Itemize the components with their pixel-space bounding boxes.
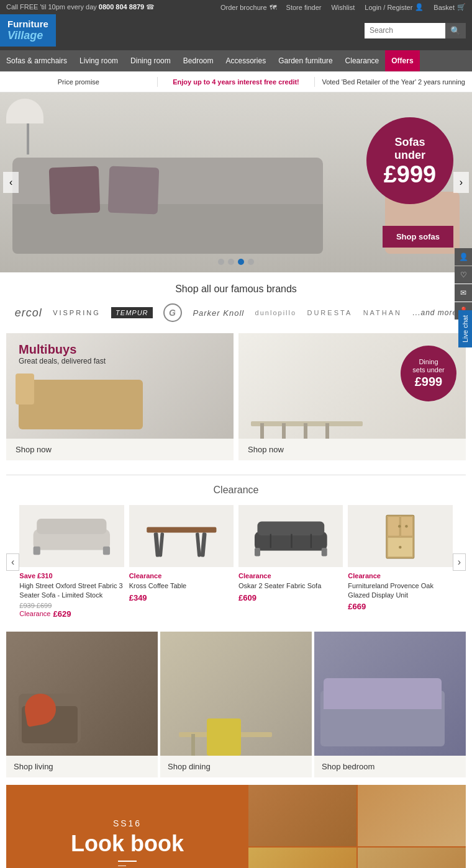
side-tool-person[interactable]: 👤 bbox=[455, 248, 472, 266]
clearance-item-2-image bbox=[129, 505, 234, 567]
search-button[interactable]: 🔍 bbox=[445, 23, 466, 38]
main-nav: Sofas & armchairs Living room Dining roo… bbox=[0, 50, 472, 71]
promo-card-dining: Dining sets under £999 Shop now bbox=[238, 333, 466, 460]
lookbook-images bbox=[248, 785, 466, 868]
brands-title: Shop all our famous brands bbox=[6, 284, 466, 295]
nav-clearance[interactable]: Clearance bbox=[339, 50, 386, 71]
hero-next-button[interactable]: › bbox=[453, 172, 469, 193]
svg-point-22 bbox=[399, 546, 401, 548]
svg-rect-4 bbox=[147, 527, 216, 533]
shop-cat-bedroom[interactable]: Shop bedroom bbox=[314, 632, 466, 777]
brand-dunlopillo[interactable]: dunlopillo bbox=[255, 309, 296, 316]
store-finder-link[interactable]: Store finder bbox=[286, 4, 322, 11]
promo-card-dining-image: Dining sets under £999 bbox=[238, 333, 466, 439]
nav-accessories[interactable]: Accessories bbox=[219, 50, 272, 71]
svg-rect-13 bbox=[270, 534, 271, 548]
shop-cat-dining-label: Shop dining bbox=[160, 756, 312, 777]
lookbook-img-3 bbox=[248, 848, 356, 868]
lamp-decoration bbox=[6, 99, 50, 154]
top-bar-links: Order brochure 🗺 Store finder Wishlist L… bbox=[213, 3, 466, 11]
nav-offers[interactable]: Offers bbox=[385, 50, 419, 71]
brand-vispring[interactable]: VISPRING bbox=[53, 309, 101, 316]
search-form: 🔍 bbox=[365, 23, 466, 38]
brand-ercol[interactable]: ercol bbox=[15, 306, 42, 320]
svg-rect-1 bbox=[37, 519, 106, 534]
clearance-next-button[interactable]: › bbox=[453, 553, 466, 571]
promo-left: Price promise bbox=[0, 72, 157, 92]
shop-categories: Shop living Shop dining Shop bedroom bbox=[0, 628, 472, 781]
nav-bedroom[interactable]: Bedroom bbox=[177, 50, 220, 71]
clearance-item-3-name: Oskar 2 Seater Fabric Sofa bbox=[238, 581, 343, 590]
side-tool-wishlist[interactable]: ♡ bbox=[455, 266, 472, 284]
clearance-item-4-price: £669 bbox=[348, 602, 452, 611]
svg-rect-17 bbox=[388, 517, 399, 536]
svg-point-20 bbox=[398, 525, 401, 527]
side-tools: 👤 ♡ ✉ 📍 bbox=[455, 248, 472, 320]
dining-badge: Dining sets under £999 bbox=[401, 346, 456, 401]
hero-prev-button[interactable]: ‹ bbox=[3, 172, 19, 193]
svg-rect-11 bbox=[255, 548, 260, 556]
nav-dining[interactable]: Dining room bbox=[124, 50, 177, 71]
clearance-carousel: ‹ Save £310 High Street Oxford Street Fa… bbox=[6, 505, 466, 619]
brand-duresta[interactable]: DURESTA bbox=[307, 309, 352, 316]
svg-rect-7 bbox=[158, 532, 164, 557]
clearance-item-4-name: Furnitureland Provence Oak Glazed Displa… bbox=[348, 581, 452, 599]
clearance-prev-button[interactable]: ‹ bbox=[6, 553, 19, 571]
svg-rect-14 bbox=[291, 534, 292, 548]
wishlist-link[interactable]: Wishlist bbox=[331, 4, 355, 11]
lookbook-divider: — bbox=[118, 861, 137, 862]
svg-rect-10 bbox=[257, 522, 324, 535]
svg-point-21 bbox=[405, 525, 407, 527]
lookbook-section[interactable]: SS16 Look book — Our little book of magi… bbox=[6, 785, 466, 868]
shop-cat-bedroom-label: Shop bedroom bbox=[314, 756, 466, 777]
brand-g[interactable]: G bbox=[163, 303, 182, 322]
nav-garden[interactable]: Garden furniture bbox=[272, 50, 338, 71]
shop-cat-living[interactable]: Shop living bbox=[6, 632, 158, 777]
clearance-item-2-price: £349 bbox=[129, 593, 234, 602]
svg-rect-8 bbox=[195, 532, 201, 557]
hero-dot-1[interactable] bbox=[218, 259, 224, 265]
hero-badge: Sofas under £999 bbox=[366, 117, 453, 204]
shop-cat-bedroom-image bbox=[314, 632, 466, 756]
lookbook-title: Look book bbox=[71, 831, 184, 856]
brands-section: Shop all our famous brands ercol VISPRIN… bbox=[0, 272, 472, 328]
hero-image: Sofas under £999 Shop sofas ‹ › bbox=[0, 92, 472, 272]
shop-cat-dining[interactable]: Shop dining bbox=[160, 632, 312, 777]
live-chat-button[interactable]: Live chat bbox=[458, 310, 472, 347]
clearance-item-1-orig-price: £939 £699 bbox=[19, 602, 124, 609]
clearance-item-1[interactable]: Save £310 High Street Oxford Street Fabr… bbox=[19, 505, 124, 619]
shop-cat-living-label: Shop living bbox=[6, 756, 158, 777]
lookbook-img-4 bbox=[358, 848, 466, 868]
hero-cta-button[interactable]: Shop sofas bbox=[383, 226, 453, 248]
svg-rect-2 bbox=[34, 547, 40, 555]
clearance-item-2[interactable]: Clearance Kross Coffee Table £349 bbox=[129, 505, 234, 619]
order-brochure-link[interactable]: Order brochure bbox=[220, 4, 267, 11]
nav-sofas[interactable]: Sofas & armchairs bbox=[0, 50, 73, 71]
clearance-items-list: Save £310 High Street Oxford Street Fabr… bbox=[19, 505, 452, 619]
brand-more[interactable]: ...and more bbox=[412, 308, 457, 317]
clearance-item-4[interactable]: Clearance Furnitureland Provence Oak Gla… bbox=[348, 505, 452, 619]
side-tool-mail[interactable]: ✉ bbox=[455, 284, 472, 302]
promo-card-multibuys-cta[interactable]: Shop now bbox=[6, 439, 234, 460]
brand-tempur[interactable]: TEMPUR bbox=[111, 307, 152, 318]
svg-rect-6 bbox=[200, 532, 206, 557]
clearance-item-3[interactable]: Clearance Oskar 2 Seater Fabric Sofa £60… bbox=[238, 505, 343, 619]
brand-parker-knoll[interactable]: Parker Knoll bbox=[193, 308, 244, 318]
clearance-item-1-name: High Street Oxford Street Fabric 3 Seate… bbox=[19, 581, 124, 599]
svg-rect-12 bbox=[322, 548, 327, 556]
search-input[interactable] bbox=[365, 23, 445, 38]
brands-list: ercol VISPRING TEMPUR G Parker Knoll dun… bbox=[6, 303, 466, 322]
clearance-item-1-image bbox=[19, 505, 124, 567]
promo-card-dining-cta[interactable]: Shop now bbox=[238, 439, 466, 460]
site-logo[interactable]: Furniture Village bbox=[0, 14, 56, 47]
brand-nathan[interactable]: NATHAN bbox=[363, 309, 402, 316]
hero-dot-4[interactable] bbox=[248, 259, 254, 265]
hero-dot-2[interactable] bbox=[228, 259, 234, 265]
clearance-item-1-price: £629 bbox=[53, 609, 71, 619]
hero-dot-3[interactable] bbox=[238, 259, 244, 265]
hero-dots bbox=[218, 259, 254, 265]
clearance-item-1-price-label: Clearance bbox=[19, 610, 50, 617]
basket-link[interactable]: Basket bbox=[433, 4, 455, 11]
nav-living[interactable]: Living room bbox=[73, 50, 124, 71]
login-link[interactable]: Login / Register bbox=[365, 4, 412, 11]
